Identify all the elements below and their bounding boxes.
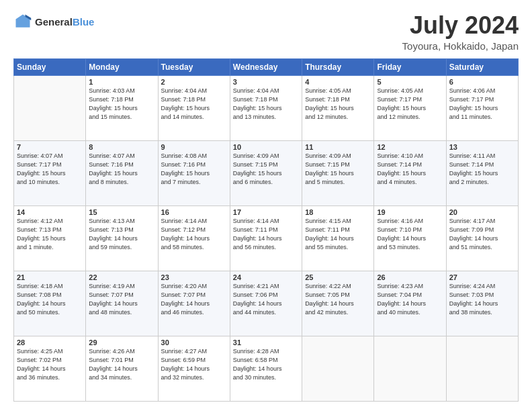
day-info: Sunrise: 4:23 AM Sunset: 7:04 PM Dayligh… <box>377 282 443 317</box>
day-number: 11 <box>305 143 371 151</box>
day-info: Sunrise: 4:16 AM Sunset: 7:10 PM Dayligh… <box>377 217 443 252</box>
day-number: 9 <box>161 143 227 151</box>
calendar-cell: 19Sunrise: 4:16 AM Sunset: 7:10 PM Dayli… <box>374 205 446 271</box>
calendar-cell: 2Sunrise: 4:04 AM Sunset: 7:18 PM Daylig… <box>158 75 230 140</box>
week-row-2: 7Sunrise: 4:07 AM Sunset: 7:17 PM Daylig… <box>14 140 519 205</box>
calendar-cell: 30Sunrise: 4:27 AM Sunset: 6:59 PM Dayli… <box>158 336 230 401</box>
day-number: 15 <box>89 208 154 216</box>
day-number: 4 <box>305 78 371 86</box>
day-info: Sunrise: 4:14 AM Sunset: 7:12 PM Dayligh… <box>161 217 227 252</box>
day-info: Sunrise: 4:10 AM Sunset: 7:14 PM Dayligh… <box>377 152 443 187</box>
day-info: Sunrise: 4:09 AM Sunset: 7:15 PM Dayligh… <box>233 152 299 187</box>
day-info: Sunrise: 4:27 AM Sunset: 6:59 PM Dayligh… <box>161 347 227 382</box>
day-number: 19 <box>377 208 443 216</box>
day-info: Sunrise: 4:12 AM Sunset: 7:13 PM Dayligh… <box>17 217 83 252</box>
day-number: 30 <box>161 338 227 347</box>
day-info: Sunrise: 4:21 AM Sunset: 7:06 PM Dayligh… <box>233 282 299 317</box>
day-number: 6 <box>449 78 515 86</box>
calendar-cell: 26Sunrise: 4:23 AM Sunset: 7:04 PM Dayli… <box>374 271 446 336</box>
day-info: Sunrise: 4:24 AM Sunset: 7:03 PM Dayligh… <box>449 282 515 317</box>
calendar-cell: 31Sunrise: 4:28 AM Sunset: 6:58 PM Dayli… <box>230 336 302 401</box>
col-thursday: Thursday <box>302 58 374 75</box>
day-number: 16 <box>161 208 227 216</box>
calendar-cell: 24Sunrise: 4:21 AM Sunset: 7:06 PM Dayli… <box>230 271 302 336</box>
calendar-cell: 23Sunrise: 4:20 AM Sunset: 7:07 PM Dayli… <box>158 271 230 336</box>
day-info: Sunrise: 4:14 AM Sunset: 7:11 PM Dayligh… <box>233 217 299 252</box>
calendar-cell: 16Sunrise: 4:14 AM Sunset: 7:12 PM Dayli… <box>158 205 230 271</box>
week-row-1: 1Sunrise: 4:03 AM Sunset: 7:18 PM Daylig… <box>14 75 519 140</box>
day-number: 24 <box>233 273 299 281</box>
calendar-header-row: Sunday Monday Tuesday Wednesday Thursday… <box>14 58 519 75</box>
day-info: Sunrise: 4:06 AM Sunset: 7:17 PM Dayligh… <box>449 87 515 122</box>
subtitle: Toyoura, Hokkaido, Japan <box>402 40 519 52</box>
day-info: Sunrise: 4:03 AM Sunset: 7:18 PM Dayligh… <box>89 87 154 122</box>
day-number: 1 <box>89 78 154 86</box>
day-number: 8 <box>89 143 154 151</box>
calendar-cell: 7Sunrise: 4:07 AM Sunset: 7:17 PM Daylig… <box>14 140 86 205</box>
day-info: Sunrise: 4:26 AM Sunset: 7:01 PM Dayligh… <box>89 347 154 382</box>
logo-text: GeneralBlue <box>35 16 94 28</box>
day-info: Sunrise: 4:04 AM Sunset: 7:18 PM Dayligh… <box>161 87 227 122</box>
calendar-table: Sunday Monday Tuesday Wednesday Thursday… <box>13 58 519 402</box>
week-row-4: 21Sunrise: 4:18 AM Sunset: 7:08 PM Dayli… <box>14 271 519 336</box>
day-info: Sunrise: 4:19 AM Sunset: 7:07 PM Dayligh… <box>89 282 154 317</box>
calendar-cell: 1Sunrise: 4:03 AM Sunset: 7:18 PM Daylig… <box>86 75 158 140</box>
day-info: Sunrise: 4:07 AM Sunset: 7:17 PM Dayligh… <box>17 152 83 187</box>
day-number: 10 <box>233 143 299 151</box>
calendar-cell: 18Sunrise: 4:15 AM Sunset: 7:11 PM Dayli… <box>302 205 374 271</box>
day-number: 22 <box>89 273 154 281</box>
day-info: Sunrise: 4:17 AM Sunset: 7:09 PM Dayligh… <box>449 217 515 252</box>
day-number: 31 <box>233 338 299 347</box>
calendar-cell <box>374 336 446 401</box>
calendar-cell: 25Sunrise: 4:22 AM Sunset: 7:05 PM Dayli… <box>302 271 374 336</box>
calendar-cell: 12Sunrise: 4:10 AM Sunset: 7:14 PM Dayli… <box>374 140 446 205</box>
calendar-cell <box>302 336 374 401</box>
calendar-cell: 21Sunrise: 4:18 AM Sunset: 7:08 PM Dayli… <box>14 271 86 336</box>
day-info: Sunrise: 4:22 AM Sunset: 7:05 PM Dayligh… <box>305 282 371 317</box>
day-info: Sunrise: 4:20 AM Sunset: 7:07 PM Dayligh… <box>161 282 227 317</box>
day-number: 5 <box>377 78 443 86</box>
day-number: 23 <box>161 273 227 281</box>
calendar-cell: 14Sunrise: 4:12 AM Sunset: 7:13 PM Dayli… <box>14 205 86 271</box>
day-number: 25 <box>305 273 371 281</box>
col-friday: Friday <box>374 58 446 75</box>
calendar-cell: 22Sunrise: 4:19 AM Sunset: 7:07 PM Dayli… <box>86 271 158 336</box>
col-monday: Monday <box>86 58 158 75</box>
day-number: 17 <box>233 208 299 216</box>
calendar-cell: 9Sunrise: 4:08 AM Sunset: 7:16 PM Daylig… <box>158 140 230 205</box>
day-number: 26 <box>377 273 443 281</box>
day-number: 7 <box>17 143 83 151</box>
day-number: 13 <box>449 143 515 151</box>
calendar-cell: 10Sunrise: 4:09 AM Sunset: 7:15 PM Dayli… <box>230 140 302 205</box>
calendar-cell <box>446 336 518 401</box>
main-title: July 2024 <box>402 12 519 39</box>
week-row-5: 28Sunrise: 4:25 AM Sunset: 7:02 PM Dayli… <box>14 336 519 401</box>
day-number: 27 <box>449 273 515 281</box>
calendar-cell: 17Sunrise: 4:14 AM Sunset: 7:11 PM Dayli… <box>230 205 302 271</box>
day-info: Sunrise: 4:05 AM Sunset: 7:17 PM Dayligh… <box>377 87 443 122</box>
week-row-3: 14Sunrise: 4:12 AM Sunset: 7:13 PM Dayli… <box>14 205 519 271</box>
day-number: 12 <box>377 143 443 151</box>
title-block: July 2024 Toyoura, Hokkaido, Japan <box>402 12 519 52</box>
calendar-cell: 27Sunrise: 4:24 AM Sunset: 7:03 PM Dayli… <box>446 271 518 336</box>
calendar-cell: 28Sunrise: 4:25 AM Sunset: 7:02 PM Dayli… <box>14 336 86 401</box>
calendar-cell: 4Sunrise: 4:05 AM Sunset: 7:18 PM Daylig… <box>302 75 374 140</box>
day-number: 2 <box>161 78 227 86</box>
calendar-cell: 13Sunrise: 4:11 AM Sunset: 7:14 PM Dayli… <box>446 140 518 205</box>
day-info: Sunrise: 4:28 AM Sunset: 6:58 PM Dayligh… <box>233 347 299 382</box>
calendar-cell: 29Sunrise: 4:26 AM Sunset: 7:01 PM Dayli… <box>86 336 158 401</box>
calendar-cell: 8Sunrise: 4:07 AM Sunset: 7:16 PM Daylig… <box>86 140 158 205</box>
calendar-cell <box>14 75 86 140</box>
day-info: Sunrise: 4:15 AM Sunset: 7:11 PM Dayligh… <box>305 217 371 252</box>
col-wednesday: Wednesday <box>230 58 302 75</box>
day-info: Sunrise: 4:11 AM Sunset: 7:14 PM Dayligh… <box>449 152 515 187</box>
day-number: 14 <box>17 208 83 216</box>
header: GeneralBlue July 2024 Toyoura, Hokkaido,… <box>13 12 519 52</box>
day-info: Sunrise: 4:18 AM Sunset: 7:08 PM Dayligh… <box>17 282 83 317</box>
day-number: 20 <box>449 208 515 216</box>
day-info: Sunrise: 4:08 AM Sunset: 7:16 PM Dayligh… <box>161 152 227 187</box>
col-tuesday: Tuesday <box>158 58 230 75</box>
col-saturday: Saturday <box>446 58 518 75</box>
page: GeneralBlue July 2024 Toyoura, Hokkaido,… <box>0 0 532 411</box>
day-info: Sunrise: 4:25 AM Sunset: 7:02 PM Dayligh… <box>17 347 83 382</box>
